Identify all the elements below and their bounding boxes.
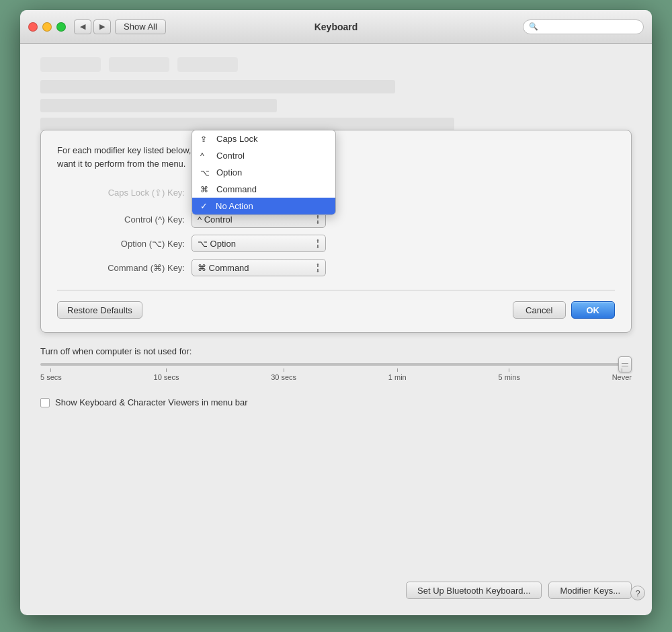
bottom-section: Turn off when computer is not used for: …	[40, 346, 632, 407]
window-title: Keyboard	[314, 22, 358, 32]
ok-button[interactable]: OK	[571, 301, 616, 319]
slider-container: 5 secs 10 secs 30 secs 1 min	[40, 363, 632, 381]
tick-10secs: 10 secs	[154, 368, 179, 381]
modifier-keys-button[interactable]: Modifier Keys...	[548, 582, 632, 599]
option-dropdown[interactable]: ⌥ Option	[192, 235, 326, 252]
caps-lock-dropdown-popup[interactable]: ⇪ Caps Lock ^ Control ⌥ Option ⌘ Command	[192, 130, 336, 215]
command-value: ⌘ Command	[198, 263, 249, 273]
tick-line-2	[166, 368, 167, 372]
command-row: Command (⌘) Key: ⌘ Command	[57, 259, 615, 276]
option-row: Option (⌥) Key: ⌥ Option	[57, 235, 615, 252]
tick-line-5	[509, 368, 509, 372]
popup-item-command[interactable]: ⌘ Command	[192, 181, 335, 198]
back-button[interactable]: ◀	[74, 19, 91, 34]
tick-label-5: 5 mins	[498, 373, 519, 381]
checkmark-icon: ✓	[200, 201, 208, 211]
nav-buttons: ◀ ▶	[74, 19, 111, 34]
popup-item-caps-lock-label: Caps Lock	[216, 134, 257, 144]
modifier-keys-dialog: For each modifier key listed below, choo…	[40, 130, 632, 333]
restore-defaults-button[interactable]: Restore Defaults	[57, 301, 142, 319]
caps-lock-row: Caps Lock (⇪) Key: No Action ⇪ Caps Lock…	[57, 184, 615, 201]
tick-label-6: Never	[612, 373, 632, 381]
tick-label-3: 30 secs	[271, 373, 296, 381]
popup-item-control[interactable]: ^ Control	[192, 147, 335, 164]
tick-30secs: 30 secs	[271, 368, 296, 381]
popup-item-caps-lock[interactable]: ⇪ Caps Lock	[192, 130, 335, 147]
tick-label-4: 1 min	[388, 373, 407, 381]
close-button[interactable]	[28, 22, 38, 32]
tick-label-1: 5 secs	[40, 373, 62, 381]
traffic-lights	[28, 22, 66, 32]
content-area: For each modifier key listed below, choo…	[20, 44, 652, 615]
tick-label-2: 10 secs	[154, 373, 179, 381]
option-arrow-icon	[316, 239, 320, 249]
minimize-button[interactable]	[42, 22, 52, 32]
popup-item-control-label: Control	[216, 151, 245, 161]
tick-line-1	[50, 368, 51, 372]
caps-lock-label: Caps Lock (⇪) Key:	[57, 188, 192, 198]
control-value: ^ Control	[198, 214, 233, 225]
command-popup-icon: ⌘	[200, 185, 211, 194]
search-icon: 🔍	[529, 22, 538, 31]
control-arrow-icon	[316, 214, 320, 225]
cancel-button[interactable]: Cancel	[513, 301, 565, 319]
dialog-buttons: Restore Defaults Cancel OK	[57, 290, 615, 319]
popup-item-command-label: Command	[216, 184, 257, 194]
popup-item-option[interactable]: ⌥ Option	[192, 164, 335, 181]
tick-5secs: 5 secs	[40, 368, 62, 381]
maximize-button[interactable]	[56, 22, 66, 32]
dialog-description: For each modifier key listed below, choo…	[57, 144, 615, 170]
popup-item-no-action-label: No Action	[216, 201, 253, 211]
command-arrow-icon	[316, 263, 320, 273]
titlebar: ◀ ▶ Show All Keyboard 🔍	[20, 10, 652, 44]
tick-line-3	[284, 368, 284, 372]
option-label: Option (⌥) Key:	[57, 239, 192, 249]
tick-1min: 1 min	[388, 368, 407, 381]
tick-line-4	[397, 368, 398, 372]
popup-item-option-label: Option	[216, 167, 242, 177]
option-popup-icon: ⌥	[200, 168, 211, 177]
background-content	[40, 57, 632, 131]
caps-lock-popup-icon: ⇪	[200, 134, 211, 144]
slider-track	[40, 363, 632, 366]
checkbox-row[interactable]: Show Keyboard & Character Viewers in men…	[40, 397, 632, 407]
search-input[interactable]	[541, 22, 638, 32]
tick-5mins: 5 mins	[498, 368, 519, 381]
show-viewers-label: Show Keyboard & Character Viewers in men…	[55, 397, 248, 407]
forward-button[interactable]: ▶	[93, 19, 111, 34]
tick-never: Never	[612, 368, 632, 381]
control-row: Control (^) Key: ^ Control	[57, 210, 615, 228]
popup-item-no-action[interactable]: ✓ No Action	[192, 198, 335, 214]
search-box[interactable]: 🔍	[523, 19, 644, 34]
tick-line-6	[622, 368, 622, 372]
show-all-button[interactable]: Show All	[115, 19, 166, 34]
option-value: ⌥ Option	[198, 239, 236, 249]
setup-bluetooth-button[interactable]: Set Up Bluetooth Keyboard...	[406, 582, 542, 599]
help-button[interactable]: ?	[630, 586, 645, 600]
turn-off-label: Turn off when computer is not used for:	[40, 346, 632, 356]
show-viewers-checkbox[interactable]	[40, 398, 50, 407]
main-window: ◀ ▶ Show All Keyboard 🔍 For each modifie…	[20, 10, 652, 615]
bottom-buttons: Set Up Bluetooth Keyboard... Modifier Ke…	[406, 568, 632, 599]
command-label: Command (⌘) Key:	[57, 263, 192, 273]
control-popup-icon: ^	[200, 151, 211, 161]
control-label: Control (^) Key:	[57, 214, 192, 225]
command-dropdown[interactable]: ⌘ Command	[192, 259, 326, 276]
slider-ticks: 5 secs 10 secs 30 secs 1 min	[40, 368, 632, 381]
